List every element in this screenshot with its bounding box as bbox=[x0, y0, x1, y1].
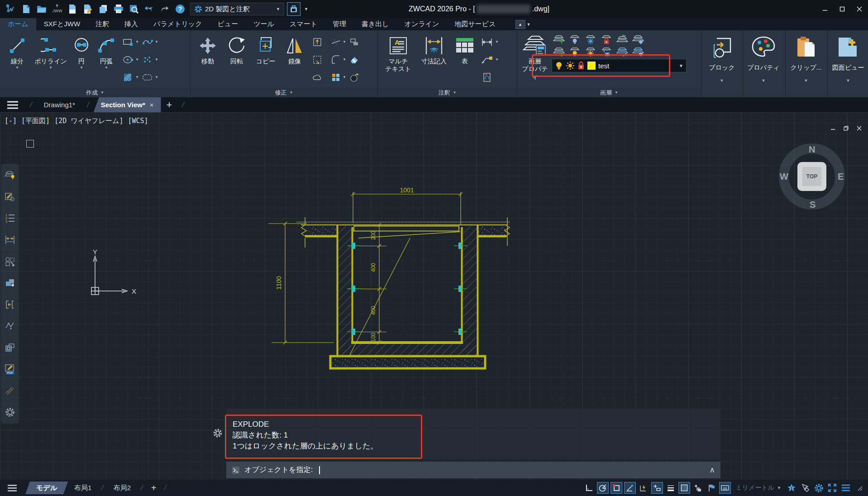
jww-import-icon[interactable]: JWW bbox=[51, 3, 63, 15]
layer-off-icon[interactable] bbox=[568, 33, 582, 45]
fillet-icon[interactable] bbox=[330, 55, 341, 65]
model-tab[interactable]: モデル bbox=[25, 482, 68, 494]
ribbon-expand-icon[interactable]: ▼ bbox=[527, 22, 531, 27]
array-dropdown-arrow[interactable]: ▼ bbox=[343, 75, 347, 79]
redo-icon[interactable] bbox=[158, 3, 171, 15]
layer-previous-icon[interactable] bbox=[615, 33, 630, 45]
pgp-edit-tool-icon[interactable]: PGP bbox=[4, 363, 16, 375]
numbered-list-tool-icon[interactable]: 123 bbox=[4, 212, 16, 224]
save-file-icon[interactable] bbox=[66, 3, 79, 15]
lineweight-toggle-icon[interactable] bbox=[665, 482, 677, 494]
arc-button[interactable]: 円弧 ▼ bbox=[93, 32, 119, 88]
close-button[interactable] bbox=[851, 0, 868, 18]
otrack-toggle-icon[interactable] bbox=[624, 482, 636, 494]
layer-tool-icon[interactable] bbox=[4, 169, 16, 181]
tab-home[interactable]: ホーム bbox=[0, 18, 36, 30]
compass-east[interactable]: E bbox=[838, 172, 844, 182]
align-icon[interactable] bbox=[349, 37, 360, 47]
explode-icon[interactable] bbox=[349, 72, 360, 82]
line-button[interactable]: 線分 ▼ bbox=[3, 32, 32, 88]
workspace-selector[interactable]: 2D 製図と注釈 ▼ bbox=[190, 3, 284, 15]
revision-cloud-icon[interactable] bbox=[142, 72, 153, 82]
dynamic-input-toggle-icon[interactable] bbox=[638, 482, 649, 494]
layer-state-icon[interactable] bbox=[615, 45, 630, 57]
tab-export[interactable]: 書き出し bbox=[354, 18, 397, 30]
layer-sun-icon[interactable] bbox=[566, 61, 575, 70]
toolbox-dropdown-arrow[interactable]: ▼ bbox=[304, 7, 308, 11]
layer-color-swatch[interactable] bbox=[587, 62, 596, 70]
insert-block-tool-icon[interactable] bbox=[4, 299, 16, 310]
blocks-tool-icon[interactable] bbox=[4, 277, 16, 289]
tab-smart[interactable]: スマート bbox=[282, 18, 325, 30]
scale-icon[interactable] bbox=[312, 55, 323, 65]
layer-lock-status-icon[interactable] bbox=[577, 61, 585, 70]
hatch-display-toggle-icon[interactable] bbox=[678, 482, 690, 494]
stretch-icon[interactable] bbox=[312, 37, 323, 47]
panel-annotate-footer[interactable]: 注釈▼ bbox=[378, 88, 517, 97]
layout1-tab[interactable]: 布局1 bbox=[68, 482, 98, 494]
ellipse-icon[interactable] bbox=[122, 55, 134, 65]
compass-north[interactable]: N bbox=[809, 144, 815, 155]
drawing-canvas[interactable]: [-] [平面図] [2D ワイヤフレーム] [WCS] N W E S TOP bbox=[0, 112, 868, 480]
mirror-button[interactable]: 鏡像 bbox=[280, 32, 309, 88]
doc-tab-drawing1[interactable]: Drawing1* bbox=[37, 97, 82, 112]
toolbox-button[interactable] bbox=[287, 2, 300, 16]
rectangle-icon[interactable] bbox=[122, 37, 134, 47]
mtext-button[interactable]: A マルチ テキスト bbox=[381, 32, 416, 88]
tab-online[interactable]: オンライン bbox=[397, 18, 447, 30]
rectangle-dropdown-arrow[interactable]: ▼ bbox=[135, 40, 140, 44]
doc-minimize-icon[interactable] bbox=[830, 126, 835, 131]
compass-west[interactable]: W bbox=[780, 172, 788, 182]
ortho-toggle-icon[interactable] bbox=[583, 482, 595, 494]
new-layout-button[interactable]: + bbox=[147, 483, 161, 493]
help-icon[interactable]: ? bbox=[174, 3, 186, 15]
select-similar-tool-icon[interactable] bbox=[4, 256, 16, 267]
point-icon[interactable] bbox=[142, 55, 153, 65]
layer-combo[interactable]: test ▼ bbox=[552, 59, 687, 72]
layer-walk-up-icon[interactable] bbox=[552, 33, 566, 45]
tab-parametric[interactable]: パラメトリック bbox=[146, 18, 210, 30]
drawing-view-panel-dropdown-arrow[interactable]: ▼ bbox=[846, 78, 850, 83]
preview-icon[interactable] bbox=[128, 3, 140, 15]
spline-icon[interactable] bbox=[142, 37, 153, 47]
doc-tabs-menu-icon[interactable] bbox=[0, 97, 25, 112]
line-dropdown-arrow[interactable]: ▼ bbox=[15, 66, 19, 70]
centerline-icon[interactable] bbox=[480, 72, 494, 82]
dimension-button[interactable]: 寸法記入 bbox=[416, 32, 452, 88]
drawing-view-button[interactable]: 図面ビュー ▼ bbox=[828, 30, 868, 83]
new-doc-tab-button[interactable]: + bbox=[161, 97, 178, 112]
status-bar-menu-icon[interactable] bbox=[840, 482, 852, 494]
open-folder-icon[interactable] bbox=[35, 3, 48, 15]
tab-sxf-jww[interactable]: SXFとJWW bbox=[36, 18, 88, 30]
viewport-view-control[interactable]: [平面図] bbox=[21, 117, 50, 125]
cloud-icon[interactable] bbox=[312, 72, 323, 82]
circle-button[interactable]: 円 ▼ bbox=[70, 32, 93, 88]
clipboard-panel-dropdown-arrow[interactable]: ▼ bbox=[804, 78, 808, 83]
ribbon-collapse-icon[interactable]: ▲ bbox=[515, 20, 525, 29]
linear-dimension-icon[interactable] bbox=[480, 37, 494, 47]
polyline-dropdown-arrow[interactable]: ▼ bbox=[49, 66, 52, 70]
status-menu-icon[interactable] bbox=[0, 485, 25, 491]
linear-dimension-dropdown-arrow[interactable]: ▼ bbox=[495, 40, 500, 44]
arc-dropdown-arrow[interactable]: ▼ bbox=[105, 66, 108, 70]
measure-tool-icon[interactable] bbox=[4, 385, 16, 396]
layout2-tab[interactable]: 布局2 bbox=[107, 482, 137, 494]
erase-icon[interactable] bbox=[349, 55, 360, 65]
maximize-button[interactable] bbox=[834, 0, 851, 18]
fillet-dropdown-arrow[interactable]: ▼ bbox=[343, 57, 347, 62]
tab-tools[interactable]: ツール bbox=[246, 18, 282, 30]
copy-button[interactable]: コピー bbox=[251, 32, 280, 88]
hatch-dropdown-arrow[interactable]: ▼ bbox=[135, 75, 140, 79]
copy-mode-icon[interactable] bbox=[692, 482, 704, 494]
annotation-flag-icon[interactable] bbox=[706, 482, 717, 494]
polyline-button[interactable]: ポリライン ▼ bbox=[32, 32, 70, 88]
section-view-drawing[interactable]: 1001 1100 200 400 400 100 bbox=[195, 136, 529, 389]
units-selector[interactable]: ミリメートル ▼ bbox=[733, 484, 784, 492]
command-gear-icon[interactable] bbox=[213, 428, 223, 438]
trim-dropdown-arrow[interactable]: ▼ bbox=[343, 40, 347, 44]
doc-close-icon[interactable] bbox=[857, 126, 862, 131]
trim-icon[interactable] bbox=[330, 37, 341, 47]
doc-tab-close-icon[interactable]: × bbox=[150, 101, 154, 109]
hatch-icon[interactable] bbox=[122, 72, 134, 82]
annotate-tool-icon[interactable] bbox=[4, 191, 16, 203]
